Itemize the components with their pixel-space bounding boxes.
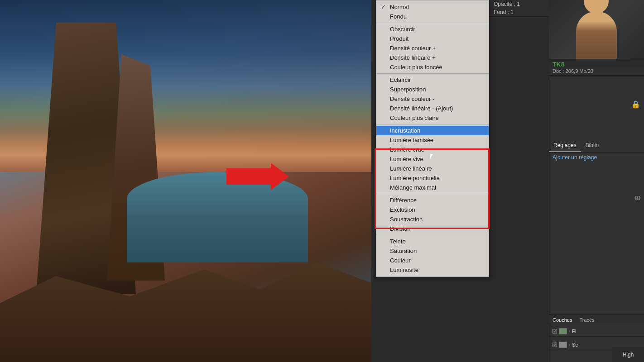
menu-item-lumiere-crue[interactable]: Lumière crue — [376, 145, 489, 154]
rock-base — [0, 262, 371, 362]
webcam-bg — [549, 0, 644, 59]
menu-separator — [376, 23, 489, 23]
menu-item-exclusion[interactable]: Exclusion — [376, 205, 489, 214]
opacity-label: Opacité : 1 — [494, 1, 520, 7]
layer-visibility-checkbox[interactable]: ✓ — [553, 343, 557, 347]
person-body — [576, 11, 617, 59]
doc-info-text: Doc : 206,9 Mo/20 — [553, 68, 593, 74]
menu-separator — [376, 235, 489, 235]
menu-item-densite-couleur-plus[interactable]: Densité couleur + — [376, 43, 489, 53]
menu-item-incrustation[interactable]: Incrustation — [376, 126, 489, 135]
layer-name: Fl — [572, 329, 576, 334]
menu-item-lumiere-tamisee[interactable]: Lumière tamisée — [376, 135, 489, 145]
layer-item[interactable]: ✓ › Fl — [549, 326, 644, 337]
grid-icon[interactable]: ⊞ — [635, 194, 640, 201]
menu-separator — [376, 124, 489, 124]
menu-separator — [376, 73, 489, 74]
add-reglage-button[interactable]: Ajouter un réglage — [549, 152, 644, 163]
menu-item-fondu[interactable]: Fondu — [376, 12, 489, 21]
right-panel: TK8Mm Doc : 206,9 Mo/20 🔒 Réglages Bibli… — [549, 0, 644, 362]
menu-item-densite-lineaire-plus[interactable]: Densité linéaire + — [376, 53, 489, 62]
grid-icon-area: ⊞ — [549, 192, 644, 203]
lock-icon[interactable]: 🔒 — [631, 100, 640, 109]
menu-item-superposition[interactable]: Superposition — [376, 85, 489, 94]
menu-item-soustraction[interactable]: Soustraction — [376, 214, 489, 224]
lock-area: 🔒 — [549, 97, 644, 111]
menu-item-lumiere-lineaire[interactable]: Lumière linéaire — [376, 164, 489, 173]
menu-item-saturation[interactable]: Saturation — [376, 246, 489, 256]
menu-item-eclaircir[interactable]: Eclaircir — [376, 75, 489, 85]
menu-item-normal[interactable]: Normal — [376, 2, 489, 12]
photo-canvas — [0, 0, 371, 362]
tab-reglages[interactable]: Réglages — [549, 139, 581, 152]
blend-mode-dropdown: NormalFonduObscurcirProduitDensité coule… — [376, 0, 489, 277]
menu-item-densite-couleur-moins[interactable]: Densité couleur - — [376, 94, 489, 104]
menu-item-difference[interactable]: Différence — [376, 195, 489, 205]
menu-item-lumiere-vive[interactable]: Lumière vive — [376, 154, 489, 164]
menu-item-densite-lineaire-moins[interactable]: Densité linéaire - (Ajout) — [376, 104, 489, 113]
tab-couches[interactable]: Couches — [549, 315, 576, 325]
expand-icon[interactable]: › — [569, 343, 570, 347]
opacity-fond-bar: Opacité : 1 — [490, 0, 549, 9]
menu-item-teinte[interactable]: Teinte — [376, 237, 489, 246]
menu-item-melange-maximal[interactable]: Mélange maximal — [376, 183, 489, 192]
panel-tabs: Réglages Biblio — [549, 139, 644, 152]
doc-info: Doc : 206,9 Mo/20 — [549, 67, 644, 76]
layer-name: Se — [572, 342, 578, 348]
expand-icon[interactable]: › — [569, 329, 570, 333]
tab-traces[interactable]: Tracés — [576, 315, 598, 325]
menu-item-obscurcir[interactable]: Obscurcir — [376, 24, 489, 34]
bottom-panel-tabs: Couches Tracés — [549, 314, 644, 325]
webcam-thumbnail — [549, 0, 644, 59]
menu-item-couleur[interactable]: Couleur — [376, 256, 489, 265]
menu-item-couleur-plus-foncee[interactable]: Couleur plus foncée — [376, 62, 489, 72]
fond-label: Fond : 1 — [494, 9, 514, 15]
layer-visibility-checkbox[interactable]: ✓ — [553, 329, 557, 333]
menu-item-luminosite[interactable]: Luminosité — [376, 265, 489, 275]
layer-thumbnail — [559, 342, 567, 348]
tab-biblio[interactable]: Biblio — [581, 139, 603, 152]
menu-item-division[interactable]: Division — [376, 224, 489, 233]
menu-separator — [376, 194, 489, 194]
menu-item-couleur-plus-claire[interactable]: Couleur plus claire — [376, 113, 489, 123]
fond-bar: Fond : 1 — [490, 8, 549, 17]
menu-item-produit[interactable]: Produit — [376, 34, 489, 43]
layer-thumbnail — [559, 328, 567, 334]
high-label: High — [612, 347, 644, 362]
menu-item-lumiere-ponctuelle[interactable]: Lumière ponctuelle — [376, 173, 489, 183]
